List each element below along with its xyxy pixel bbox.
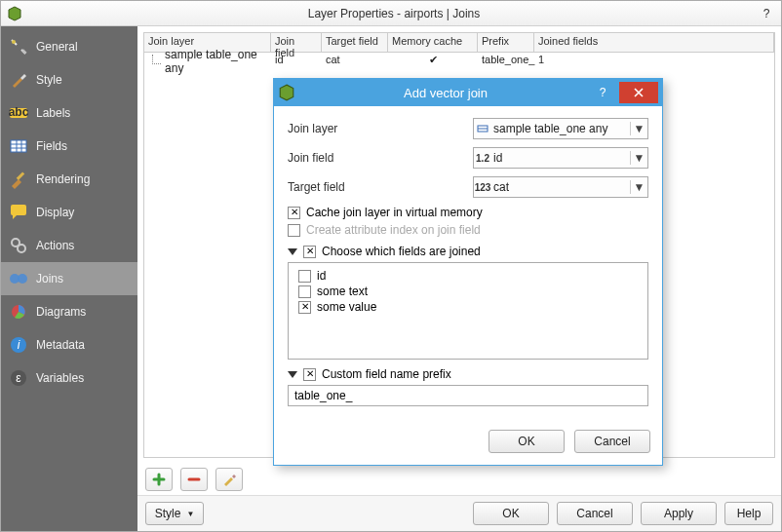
sidebar-item-joins[interactable]: Joins <box>1 262 137 295</box>
join-layer-value: sample table_one any <box>491 122 630 135</box>
window-help-button[interactable]: ? <box>758 7 775 20</box>
choose-fields-group: Choose which fields are joined id some t… <box>288 245 648 360</box>
sidebar-item-label: Rendering <box>36 172 90 186</box>
ok-button[interactable]: OK <box>473 502 549 525</box>
target-field-combo[interactable]: 123 cat ▼ <box>473 176 648 198</box>
joins-icon <box>9 269 28 288</box>
chevron-down-icon: ▼ <box>630 122 647 135</box>
col-prefix[interactable]: Prefix <box>478 33 534 52</box>
modal-help-button[interactable]: ? <box>590 86 615 99</box>
sidebar-item-label: Metadata <box>36 338 85 352</box>
join-field-label: Join field <box>288 151 473 165</box>
titlebar: Layer Properties - airports | Joins ? <box>1 1 781 26</box>
field-checkbox[interactable] <box>298 301 311 314</box>
create-index-checkbox[interactable] <box>288 224 300 237</box>
sidebar-item-label: Fields <box>36 139 67 153</box>
svg-rect-9 <box>17 171 24 179</box>
modal-titlebar: Add vector join ? <box>274 79 662 106</box>
remove-join-button[interactable] <box>180 468 208 491</box>
sidebar-item-label: Diagrams <box>36 305 86 319</box>
abc-label-icon: abc <box>9 103 28 123</box>
integer-type-icon: 123 <box>474 182 491 193</box>
edit-join-button[interactable] <box>215 468 243 491</box>
sidebar-item-label: General <box>36 40 78 54</box>
cache-label: Cache join layer in virtual memory <box>306 206 483 219</box>
col-join-field[interactable]: Join field <box>271 33 322 52</box>
qgis-icon <box>278 84 295 101</box>
svg-rect-4 <box>11 140 26 152</box>
prefix-input[interactable] <box>288 385 648 406</box>
cache-checkbox[interactable] <box>288 207 300 219</box>
cancel-button[interactable]: Cancel <box>557 502 633 525</box>
prefix-group: Custom field name prefix <box>288 367 648 406</box>
col-memory-cache[interactable]: Memory cache <box>388 33 478 52</box>
decimal-type-icon: 1.2 <box>474 153 491 164</box>
sidebar-item-label: Actions <box>36 239 74 252</box>
sidebar-item-labels[interactable]: abc Labels <box>1 96 137 130</box>
field-label: some value <box>317 300 376 314</box>
paintbrush-icon <box>9 70 28 90</box>
choose-fields-label: Choose which fields are joined <box>322 245 481 258</box>
info-icon: i <box>9 335 28 355</box>
cell-memory-cache: ✔ <box>388 53 478 70</box>
modal-ok-button[interactable]: OK <box>489 430 565 453</box>
sidebar-item-general[interactable]: General <box>1 30 137 63</box>
add-vector-join-dialog: Add vector join ? Join layer sample tabl… <box>273 78 663 466</box>
joins-toolbar <box>137 464 781 495</box>
collapse-triangle-icon[interactable] <box>288 371 297 378</box>
svg-text:i: i <box>18 338 20 352</box>
prefix-checkbox[interactable] <box>303 368 316 381</box>
field-checkbox[interactable] <box>298 285 311 298</box>
col-joined-fields[interactable]: Joined fields <box>534 33 774 52</box>
cell-prefix: table_one_ <box>478 53 534 70</box>
style-menu-button[interactable]: Style▼ <box>145 502 204 525</box>
cell-join-field: id <box>271 53 322 70</box>
table-icon <box>9 136 28 156</box>
field-label: some text <box>317 285 368 298</box>
field-item[interactable]: some text <box>298 285 638 298</box>
sidebar-item-metadata[interactable]: i Metadata <box>1 328 137 361</box>
join-layer-combo[interactable]: sample table_one any ▼ <box>473 118 648 139</box>
col-target-field[interactable]: Target field <box>322 33 388 52</box>
cell-joined-fields: 1 <box>534 53 774 70</box>
join-field-value: id <box>491 151 630 165</box>
gears-icon <box>9 236 28 255</box>
qgis-icon <box>7 6 22 21</box>
sidebar-item-variables[interactable]: ε Variables <box>1 361 137 395</box>
cell-join-layer: sample table_one any <box>165 48 267 75</box>
pie-chart-icon <box>9 302 28 322</box>
speech-bubble-icon <box>9 203 28 222</box>
field-label: id <box>317 269 326 283</box>
help-button[interactable]: Help <box>724 502 773 525</box>
choose-fields-checkbox[interactable] <box>303 246 316 258</box>
collapse-triangle-icon[interactable] <box>288 248 297 255</box>
modal-close-button[interactable] <box>619 82 658 103</box>
fields-list[interactable]: id some text some value <box>288 262 648 360</box>
field-item[interactable]: id <box>298 269 638 283</box>
prefix-group-label: Custom field name prefix <box>322 367 451 381</box>
sidebar-item-display[interactable]: Display <box>1 196 137 229</box>
chevron-down-icon: ▼ <box>630 180 647 194</box>
sidebar-item-actions[interactable]: Actions <box>1 229 137 262</box>
sidebar-item-rendering[interactable]: Rendering <box>1 163 137 196</box>
field-item[interactable]: some value <box>298 300 638 314</box>
dialog-footer: Style▼ OK Cancel Apply Help <box>137 495 781 531</box>
join-field-combo[interactable]: 1.2 id ▼ <box>473 147 648 169</box>
layer-icon <box>474 123 491 134</box>
target-field-value: cat <box>491 180 630 194</box>
field-checkbox[interactable] <box>298 270 311 283</box>
table-row[interactable]: sample table_one any id cat ✔ table_one_… <box>144 53 774 70</box>
sidebar-item-fields[interactable]: Fields <box>1 130 137 163</box>
chevron-down-icon: ▼ <box>630 151 647 165</box>
wrench-screwdriver-icon <box>9 37 28 57</box>
sidebar-item-style[interactable]: Style <box>1 63 137 96</box>
svg-text:abc: abc <box>9 105 28 119</box>
apply-button[interactable]: Apply <box>641 502 717 525</box>
add-join-button[interactable] <box>145 468 173 491</box>
svg-point-11 <box>18 245 25 252</box>
modal-title: Add vector join <box>301 86 590 100</box>
window-title: Layer Properties - airports | Joins <box>30 7 758 20</box>
sidebar-item-diagrams[interactable]: Diagrams <box>1 295 137 328</box>
modal-cancel-button[interactable]: Cancel <box>574 430 650 453</box>
epsilon-icon: ε <box>9 368 28 388</box>
